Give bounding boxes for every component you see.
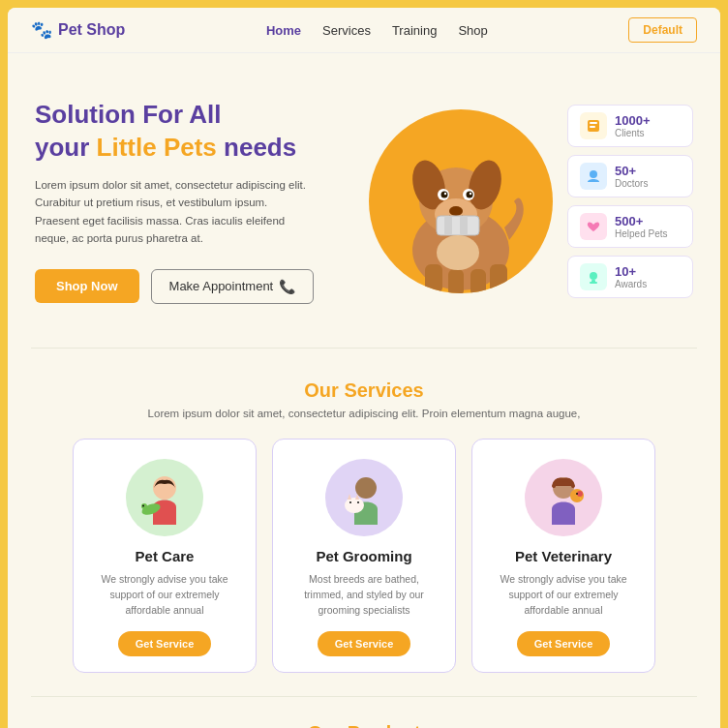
services-title: Our Services [31,379,697,402]
hero-image-area [354,109,567,293]
svg-point-13 [444,193,446,195]
stat-clients: 1000+ Clients [567,105,693,147]
product-title: Our Product [31,722,697,728]
svg-rect-16 [437,216,479,235]
svg-point-15 [449,206,463,216]
hero-description: Lorem ipsum dolor sit amet, consectetur … [35,176,306,248]
clients-number: 1000+ [615,113,651,128]
pet-vet-text: We strongly advise you take support of o… [488,572,639,618]
pet-vet-icon [525,459,602,536]
service-card-pet-vet: Pet Veterinary We strongly advise you ta… [471,439,655,673]
services-section: Our Services Lorem ipsum dolor sit amet,… [8,352,720,692]
svg-point-31 [355,477,377,499]
hero-stats: 1000+ Clients 50+ Doctors [567,105,693,298]
hero-title-end: needs [217,133,296,162]
nav-services[interactable]: Services [322,23,371,38]
navbar: 🐾 Pet Shop Home Services Training Shop D… [8,8,720,53]
svg-point-24 [590,272,597,280]
nav-shop[interactable]: Shop [458,23,487,38]
svg-marker-35 [348,494,351,500]
doctors-icon [580,163,607,190]
product-section: Our Product Lorem ipsum dolor sit amet, … [8,701,720,728]
clients-icon [580,112,607,139]
brand-name: Pet Shop [58,21,125,39]
awards-number: 10+ [615,264,647,279]
hero-text: Solution For All your Little Pets needs … [35,99,354,303]
svg-point-30 [142,505,144,507]
stat-helped-pets: 500+ Helped Pets [567,205,693,248]
svg-rect-21 [590,122,597,124]
paw-icon: 🐾 [31,19,52,41]
hero-title-orange: Little Pets [97,133,217,162]
page-wrapper: 🐾 Pet Shop Home Services Training Shop D… [0,0,728,728]
doctors-label: Doctors [615,178,648,189]
svg-rect-17 [444,216,452,235]
pet-care-name: Pet Care [136,548,195,564]
default-button[interactable]: Default [628,17,697,43]
phone-icon: 📞 [279,279,295,294]
doctors-number: 50+ [615,164,648,178]
stat-clients-info: 1000+ Clients [615,113,651,138]
svg-rect-22 [590,126,595,128]
svg-point-42 [576,493,578,495]
svg-point-23 [590,170,597,178]
stat-doctors: 50+ Doctors [567,155,693,197]
svg-rect-3 [470,269,486,293]
service-card-pet-care: Pet Care We strongly advise you take sup… [73,439,257,673]
stat-awards-info: 10+ Awards [615,264,647,289]
helped-label: Helped Pets [615,228,667,239]
service-cards-container: Pet Care We strongly advise you take sup… [31,439,697,673]
svg-point-37 [349,501,351,503]
services-description: Lorem ipsum dolor sit amet, consectetur … [31,408,697,419]
brand-logo: 🐾 Pet Shop [31,19,125,41]
appointment-label: Make Appointment [169,279,274,293]
nav-home[interactable]: Home [266,23,301,38]
hero-section: Solution For All your Little Pets needs … [8,53,720,344]
svg-point-27 [153,476,176,500]
dog-illustration [379,109,543,293]
pet-grooming-name: Pet Grooming [316,548,411,564]
svg-rect-18 [460,216,468,235]
divider-2 [31,696,697,697]
awards-label: Awards [615,279,647,289]
nav-training[interactable]: Training [392,23,437,38]
svg-rect-1 [425,264,442,293]
helped-number: 500+ [615,214,667,228]
svg-rect-2 [448,269,464,293]
clients-label: Clients [615,128,651,138]
helped-pets-icon [580,213,607,240]
pet-vet-button[interactable]: Get Service [517,631,611,656]
stat-awards: 10+ Awards [567,256,693,298]
stat-helped-info: 500+ Helped Pets [615,214,667,239]
pet-care-icon [126,459,203,536]
svg-point-14 [470,193,471,195]
hero-title-line1: Solution For All [35,100,222,129]
hero-title: Solution For All your Little Pets needs [35,99,354,165]
pet-vet-name: Pet Veterinary [515,548,612,564]
svg-point-19 [437,235,479,270]
dog-circle [369,109,553,293]
svg-point-29 [141,503,147,509]
awards-icon [580,263,607,290]
svg-point-32 [345,498,364,513]
svg-point-38 [357,501,359,503]
pet-grooming-button[interactable]: Get Service [318,631,411,656]
svg-rect-26 [590,282,597,284]
hero-buttons: Shop Now Make Appointment 📞 [35,269,354,304]
pet-care-button[interactable]: Get Service [118,631,212,656]
nav-links: Home Services Training Shop [266,23,488,38]
shop-now-button[interactable]: Shop Now [35,269,139,303]
svg-rect-4 [490,264,507,293]
pet-care-text: We strongly advise you take support of o… [89,572,240,618]
hero-title-line2-plain: your [35,133,97,162]
pet-grooming-icon [325,459,403,536]
svg-point-11 [441,192,448,198]
inner-content: 🐾 Pet Shop Home Services Training Shop D… [8,8,720,728]
divider-1 [31,348,697,349]
make-appointment-button[interactable]: Make Appointment 📞 [151,269,315,304]
stat-doctors-info: 50+ Doctors [615,164,648,189]
service-card-pet-grooming: Pet Grooming Most breeds are bathed, tri… [272,439,456,673]
svg-point-12 [467,192,473,198]
pet-grooming-text: Most breeds are bathed, trimmed, and sty… [288,572,440,618]
